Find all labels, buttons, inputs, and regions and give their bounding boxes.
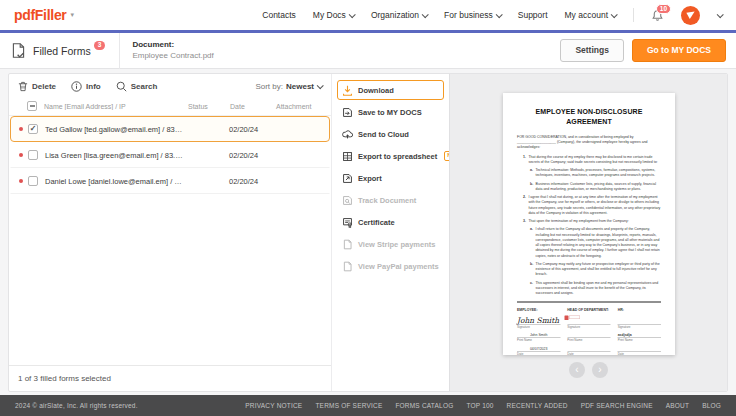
row-name: Lisa Green [lisa.green@email.em] / 83.43… — [45, 151, 187, 160]
filled-forms-icon — [10, 42, 27, 59]
filled-forms-count-badge: 3 — [94, 41, 106, 51]
footer-link-blog[interactable]: BLOG — [702, 402, 721, 409]
spreadsheet-icon — [342, 151, 353, 162]
divider — [119, 33, 120, 69]
account-chevron-down-icon[interactable] — [717, 11, 724, 18]
row-name: Daniel Lowe [daniel.lowe@email.em] / 83… — [45, 177, 187, 186]
actions-panel: Download Save to MY DOCS Send to Cloud E… — [331, 74, 449, 391]
document-info: Document: Employee Contract.pdf — [132, 40, 213, 62]
payments-doc-icon — [342, 239, 353, 250]
nav-support[interactable]: Support — [518, 10, 548, 20]
page-header: Filled Forms 3 Document: Employee Contra… — [0, 33, 736, 69]
previous-page-button[interactable]: ‹ — [569, 362, 585, 378]
top-nav-menu: Contacts My Docs Organization For busine… — [262, 6, 722, 25]
info-button[interactable]: Info — [71, 81, 101, 92]
sort-label: Sort by: — [255, 82, 283, 91]
clause: a.Technical information: Methods, proces… — [517, 167, 661, 178]
logo-chevron-down-icon[interactable]: ▾ — [71, 11, 75, 19]
list-toolbar: Delete Info Search Sort by: Newest — [9, 74, 331, 97]
nav-contacts[interactable]: Contacts — [262, 10, 296, 20]
table-row[interactable]: Lisa Green [lisa.green@email.em] / 83.43… — [10, 142, 330, 168]
department-signature-block: HEAD OF DEPARTMENT: Signature Print Name… — [567, 308, 610, 356]
footer-links: PRIVACY NOTICE TERMS OF SERVICE FORMS CA… — [245, 402, 721, 409]
pdffiller-avatar-mark-icon — [685, 10, 696, 21]
footer-link-forms-catalog[interactable]: FORMS CATALOG — [395, 402, 453, 409]
table-row[interactable]: ✓ Ted Gallow [ted.gallow@email.em] / 83.… — [10, 116, 330, 142]
footer-link-terms-of-service[interactable]: TERMS OF SERVICE — [315, 402, 382, 409]
signature-divider — [517, 302, 661, 303]
pdffiller-logo[interactable]: pdfFiller — [14, 7, 67, 23]
sort-dropdown[interactable]: Sort by: Newest — [255, 82, 322, 91]
footer-link-recently-added[interactable]: RECENTLY ADDED — [507, 402, 568, 409]
export-button[interactable]: Export — [337, 168, 444, 188]
certificate-icon — [342, 217, 353, 228]
nav-divider — [633, 8, 634, 22]
clause: a.I shall return to the Company all docu… — [517, 227, 661, 259]
chevron-down-icon — [495, 11, 502, 18]
sort-value: Newest — [286, 82, 314, 91]
save-to-my-docs-button[interactable]: Save to MY DOCS — [337, 102, 444, 122]
nav-for-business[interactable]: For business — [444, 10, 501, 20]
row-date: 02/20/24 — [229, 151, 275, 160]
nav-organization[interactable]: Organization — [371, 10, 427, 20]
table-row[interactable]: Daniel Lowe [daniel.lowe@email.em] / 83…… — [10, 168, 330, 194]
chevron-down-icon — [349, 11, 356, 18]
row-checkbox[interactable]: ✓ — [28, 124, 38, 134]
selection-status: 1 of 3 filled forms selected — [9, 365, 331, 391]
copyright-text: 2024 © airSlate, Inc. All rights reserve… — [15, 402, 138, 409]
go-to-my-docs-button[interactable]: Go to MY DOCS — [632, 39, 726, 62]
annotation-stamp-icon — [564, 316, 580, 321]
user-avatar[interactable] — [681, 6, 700, 25]
certificate-button[interactable]: Certificate — [337, 212, 444, 232]
footer-bar: 2024 © airSlate, Inc. All rights reserve… — [0, 395, 736, 416]
table-body: ✓ Ted Gallow [ted.gallow@email.em] / 83.… — [9, 116, 331, 365]
delete-button[interactable]: Delete — [18, 81, 56, 92]
chevron-down-icon — [611, 11, 618, 18]
trash-icon — [18, 81, 28, 92]
footer-link-privacy-notice[interactable]: PRIVACY NOTICE — [245, 402, 302, 409]
footer-link-top-100[interactable]: TOP 100 — [466, 402, 493, 409]
unread-dot — [19, 179, 23, 183]
employee-signature-value: John Smith — [517, 315, 560, 324]
top-navigation-bar: pdfFiller ▾ Contacts My Docs Organizatio… — [0, 0, 736, 30]
next-page-button[interactable]: › — [592, 362, 608, 378]
notification-count-badge: 10 — [656, 4, 671, 15]
send-to-cloud-button[interactable]: Send to Cloud — [337, 124, 444, 144]
row-date: 02/20/24 — [229, 125, 275, 134]
chevron-down-icon — [422, 11, 429, 18]
clause: c.This agreement shall be binding upon m… — [517, 280, 661, 296]
search-button[interactable]: Search — [116, 81, 158, 92]
unread-dot — [19, 153, 23, 157]
document-title: EMPLOYEE NON-DISCLOSURE AGREEMENT — [517, 106, 661, 127]
nav-my-account[interactable]: My account — [565, 10, 616, 20]
row-name: Ted Gallow [ted.gallow@email.em] / 83.4… — [45, 125, 187, 134]
export-to-spreadsheet-button[interactable]: Export to spreadsheet NEW — [337, 146, 444, 166]
page-title: Filled Forms — [33, 45, 91, 57]
payments-doc-icon — [342, 261, 353, 272]
row-date: 02/20/24 — [229, 177, 275, 186]
footer-link-pdf-search-engine[interactable]: PDF SEARCH ENGINE — [581, 402, 653, 409]
clause: 1.That during the course of my employ th… — [517, 154, 661, 165]
nav-my-docs[interactable]: My Docs — [313, 10, 354, 20]
notifications-button[interactable]: 10 — [651, 9, 664, 22]
settings-button[interactable]: Settings — [560, 39, 624, 62]
document-name: Employee Contract.pdf — [132, 51, 213, 62]
download-button[interactable]: Download — [337, 80, 444, 100]
column-date: Date — [230, 103, 276, 110]
document-preview-page: EMPLOYEE NON-DISCLOSURE AGREEMENT FOR GO… — [503, 93, 675, 355]
track-document-icon — [342, 195, 353, 206]
row-checkbox[interactable] — [28, 150, 38, 160]
export-icon — [342, 173, 353, 184]
table-header: Name [Email Address] / IP Status Date At… — [9, 97, 331, 116]
view-stripe-payments-button: View Stripe payments — [337, 234, 444, 254]
clause: 2.I agree that I shall not during, or at… — [517, 194, 661, 215]
clause: b.The Company may notify any future or p… — [517, 261, 661, 277]
filled-forms-list-panel: Delete Info Search Sort by: Newest — [9, 74, 331, 391]
column-name: Name [Email Address] / IP — [44, 103, 188, 110]
info-icon — [71, 81, 82, 92]
row-checkbox[interactable] — [28, 176, 38, 186]
cloud-upload-icon — [342, 129, 353, 140]
footer-link-about[interactable]: ABOUT — [666, 402, 689, 409]
select-all-checkbox[interactable] — [27, 101, 37, 111]
column-status: Status — [188, 103, 230, 110]
